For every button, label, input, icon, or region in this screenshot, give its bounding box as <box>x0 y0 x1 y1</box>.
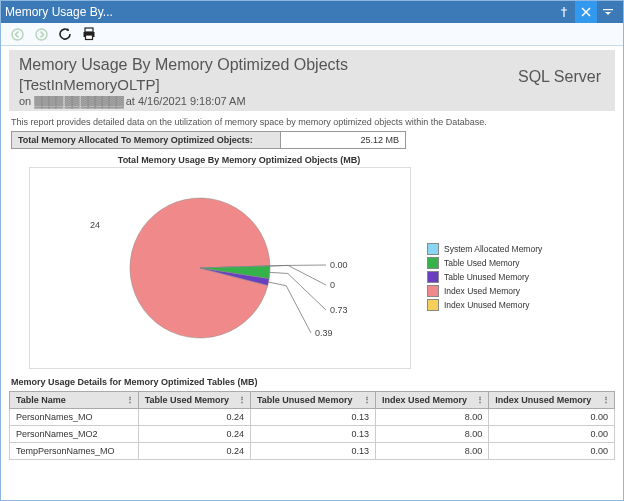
cell: 0.00 <box>489 409 615 426</box>
chart-legend: System Allocated MemoryTable Used Memory… <box>427 242 542 312</box>
legend-label: Index Used Memory <box>444 284 520 298</box>
cell: 0.00 <box>489 426 615 443</box>
legend-label: Table Used Memory <box>444 256 520 270</box>
column-menu-icon[interactable]: ⋮ <box>363 398 371 402</box>
report-description: This report provides detailed data on th… <box>11 117 613 127</box>
forward-icon <box>33 26 49 42</box>
cell: PersonNames_MO <box>10 409 139 426</box>
pin-icon[interactable] <box>553 1 575 23</box>
legend-item: Table Unused Memory <box>427 270 542 284</box>
column-header[interactable]: Table Unused Memory⋮ <box>251 392 376 409</box>
cell: TempPersonNames_MO <box>10 443 139 460</box>
pie-label: 24 <box>90 220 100 230</box>
legend-item: Index Used Memory <box>427 284 542 298</box>
column-menu-icon[interactable]: ⋮ <box>238 398 246 402</box>
details-title: Memory Usage Details for Memory Optimize… <box>11 377 613 387</box>
refresh-icon[interactable] <box>57 26 73 42</box>
legend-item: Table Used Memory <box>427 256 542 270</box>
legend-label: System Allocated Memory <box>444 242 542 256</box>
report-timestamp: on ▓▓▓▓ ▓▓ ▓▓▓▓▓▓ at 4/16/2021 9:18:07 A… <box>19 95 605 107</box>
table-row: PersonNames_MO0.240.138.000.00 <box>10 409 615 426</box>
column-header[interactable]: Table Used Memory⋮ <box>138 392 250 409</box>
column-menu-icon[interactable]: ⋮ <box>476 398 484 402</box>
window-menu-icon[interactable] <box>597 1 619 23</box>
legend-swatch <box>427 285 439 297</box>
column-header[interactable]: Table Name⋮ <box>10 392 139 409</box>
svg-rect-3 <box>85 28 93 32</box>
cell: 0.13 <box>251 443 376 460</box>
host-blur: ▓▓▓▓ ▓▓ ▓▓▓▓▓▓ <box>34 95 122 107</box>
report-header: Memory Usage By Memory Optimized Objects… <box>9 50 615 111</box>
cell: 0.13 <box>251 426 376 443</box>
column-menu-icon[interactable]: ⋮ <box>126 398 134 402</box>
cell: 0.24 <box>138 443 250 460</box>
allocated-label: Total Memory Allocated To Memory Optimiz… <box>11 131 281 149</box>
pie-label: 0.00 <box>330 260 348 270</box>
column-header[interactable]: Index Unused Memory⋮ <box>489 392 615 409</box>
back-icon <box>9 26 25 42</box>
pie-label: 0 <box>330 280 335 290</box>
cell: 8.00 <box>376 443 489 460</box>
cell: 0.00 <box>489 443 615 460</box>
svg-point-1 <box>12 29 23 40</box>
column-header[interactable]: Index Used Memory⋮ <box>376 392 489 409</box>
svg-rect-0 <box>603 9 613 10</box>
timestamp: at 4/16/2021 9:18:07 AM <box>126 95 246 107</box>
svg-rect-5 <box>86 35 93 40</box>
legend-swatch <box>427 299 439 311</box>
legend-swatch <box>427 257 439 269</box>
column-menu-icon[interactable]: ⋮ <box>602 398 610 402</box>
pie-chart: 240.0000.730.39 <box>29 167 411 369</box>
titlebar: Memory Usage By... <box>1 1 623 23</box>
details-table: Table Name⋮Table Used Memory⋮Table Unuse… <box>9 391 615 460</box>
svg-point-2 <box>36 29 47 40</box>
report-content: Memory Usage By Memory Optimized Objects… <box>1 46 623 500</box>
pie-label: 0.39 <box>315 328 333 338</box>
product-label: SQL Server <box>518 68 601 86</box>
legend-swatch <box>427 243 439 255</box>
legend-label: Table Unused Memory <box>444 270 529 284</box>
report-window: Memory Usage By... Memory Usage By Memor… <box>0 0 624 501</box>
chart-title: Total Memory Usage By Memory Optimized O… <box>49 155 429 165</box>
legend-item: Index Unused Memory <box>427 298 542 312</box>
window-title: Memory Usage By... <box>5 5 113 19</box>
cell: 8.00 <box>376 426 489 443</box>
cell: 8.00 <box>376 409 489 426</box>
allocated-row: Total Memory Allocated To Memory Optimiz… <box>11 131 613 149</box>
cell: 0.24 <box>138 426 250 443</box>
cell: PersonNames_MO2 <box>10 426 139 443</box>
print-icon[interactable] <box>81 26 97 42</box>
legend-label: Index Unused Memory <box>444 298 530 312</box>
legend-item: System Allocated Memory <box>427 242 542 256</box>
cell: 0.24 <box>138 409 250 426</box>
chart-area: Total Memory Usage By Memory Optimized O… <box>9 155 615 369</box>
table-row: TempPersonNames_MO0.240.138.000.00 <box>10 443 615 460</box>
cell: 0.13 <box>251 409 376 426</box>
on-prefix: on <box>19 95 31 107</box>
close-icon[interactable] <box>575 1 597 23</box>
toolbar <box>1 23 623 46</box>
allocated-value: 25.12 MB <box>281 131 406 149</box>
table-row: PersonNames_MO20.240.138.000.00 <box>10 426 615 443</box>
pie-label: 0.73 <box>330 305 348 315</box>
legend-swatch <box>427 271 439 283</box>
